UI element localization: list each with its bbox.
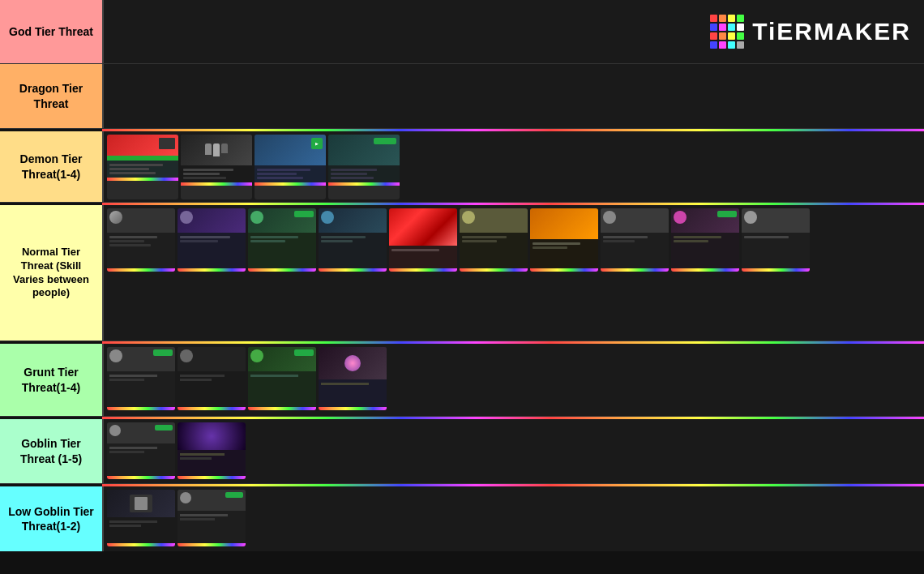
normal-tier-row: Normal Tier Threat (Skill Varies between… bbox=[0, 205, 924, 341]
grunt-tier-row: Grunt Tier Threat(1-4) bbox=[0, 344, 924, 417]
low-goblin-tier-label: Low Goblin Tier Threat(1-2) bbox=[0, 486, 102, 551]
card bbox=[248, 347, 316, 410]
god-tier-row: God Tier Threat bbox=[0, 0, 924, 64]
goblin-tier-row-wrapper: Goblin Tier Threat (1-5) bbox=[0, 417, 924, 484]
goblin-tier-row: Goblin Tier Threat (1-5) bbox=[0, 419, 924, 484]
tier-maker-app: God Tier Threat bbox=[0, 0, 924, 574]
normal-tier-label: Normal Tier Threat (Skill Varies between… bbox=[0, 205, 102, 341]
dragon-tier-row: Dragon Tier Threat bbox=[0, 64, 924, 129]
card bbox=[107, 422, 175, 479]
goblin-tier-content bbox=[102, 419, 924, 483]
card bbox=[389, 208, 457, 272]
card bbox=[530, 208, 598, 272]
dragon-tier-label: Dragon Tier Threat bbox=[0, 64, 102, 128]
logo-text: TiERMAKER bbox=[752, 18, 911, 45]
card bbox=[671, 208, 739, 272]
demon-tier-row-wrapper: Demon Tier Threat(1-4) bbox=[0, 129, 924, 203]
logo-grid bbox=[710, 15, 744, 49]
card bbox=[107, 347, 175, 410]
normal-tier-row-wrapper: Normal Tier Threat (Skill Varies between… bbox=[0, 203, 924, 341]
card bbox=[319, 208, 387, 272]
card bbox=[178, 347, 246, 410]
card bbox=[248, 208, 316, 272]
card bbox=[107, 208, 175, 272]
grunt-tier-row-wrapper: Grunt Tier Threat(1-4) bbox=[0, 341, 924, 417]
tiermaker-logo: TiERMAKER bbox=[710, 15, 911, 49]
card bbox=[107, 135, 178, 199]
card bbox=[319, 347, 387, 410]
card bbox=[107, 490, 175, 546]
dragon-tier-content bbox=[102, 64, 924, 128]
card bbox=[178, 422, 246, 479]
god-tier-content: TiERMAKER bbox=[102, 0, 924, 63]
goblin-tier-label: Goblin Tier Threat (1-5) bbox=[0, 419, 102, 483]
low-goblin-tier-row-wrapper: Low Goblin Tier Threat(1-2) bbox=[0, 484, 924, 551]
card bbox=[181, 135, 252, 199]
grunt-tier-label: Grunt Tier Threat(1-4) bbox=[0, 344, 102, 416]
card bbox=[178, 490, 246, 546]
card bbox=[328, 135, 400, 199]
normal-tier-content bbox=[102, 205, 924, 341]
god-tier-label: God Tier Threat bbox=[0, 0, 102, 63]
demon-tier-content: ▶ bbox=[102, 131, 924, 202]
low-goblin-tier-content bbox=[102, 486, 924, 551]
card bbox=[601, 208, 669, 272]
card bbox=[178, 208, 246, 272]
demon-tier-row: Demon Tier Threat(1-4) bbox=[0, 131, 924, 203]
demon-tier-label: Demon Tier Threat(1-4) bbox=[0, 131, 102, 202]
grunt-tier-content bbox=[102, 344, 924, 416]
card bbox=[460, 208, 528, 272]
low-goblin-tier-row: Low Goblin Tier Threat(1-2) bbox=[0, 486, 924, 551]
card bbox=[742, 208, 810, 272]
card: ▶ bbox=[255, 135, 326, 199]
